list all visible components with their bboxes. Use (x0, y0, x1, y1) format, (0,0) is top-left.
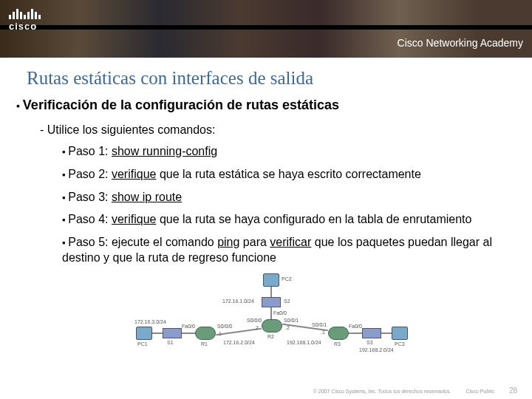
step-command: ping (217, 236, 239, 248)
slide-title: Rutas estáticas con interfaces de salida (27, 68, 517, 89)
net-label: 172.16.1.0/24 (222, 299, 254, 304)
step-label: Paso 2: (68, 168, 108, 180)
link-line (182, 332, 195, 334)
r2-label: R2 (267, 334, 274, 339)
if-label: Fa0/0 (349, 324, 362, 329)
s2-icon (262, 297, 281, 307)
step-3: Paso 3: show ip route (62, 190, 517, 205)
step-label: Paso 1: (68, 145, 108, 157)
pc1-icon (136, 327, 152, 340)
if-label: S0/0/1 (284, 318, 299, 323)
academy-label: Cisco Networking Academy (398, 37, 523, 49)
if-label: Fa0/0 (182, 324, 195, 329)
cisco-logo: cisco (9, 6, 41, 32)
link-line (381, 332, 392, 334)
step-command: show running-config (112, 145, 217, 157)
net-label: 192.168.1.0/24 (287, 340, 321, 345)
header-divider (0, 25, 532, 30)
r3-label: R3 (334, 341, 341, 347)
step-command: show ip route (112, 191, 182, 203)
slide-footer: © 2007 Cisco Systems, Inc. Todos los der… (300, 386, 517, 395)
r1-icon (195, 327, 216, 340)
network-diagram: PC2 S2 172.16.1.0/24 Fa0/0 R1 R2 R3 172.… (160, 273, 403, 362)
step-text: para (239, 236, 270, 248)
pc2-icon (263, 273, 279, 287)
step-command: verificar (270, 236, 311, 248)
s3-icon (362, 328, 381, 338)
if-label: .1 (217, 331, 222, 336)
r2-icon (262, 319, 282, 332)
if-label: S0/0/1 (312, 322, 327, 327)
step-5: Paso 5: ejecute el comando ping para ver… (62, 235, 517, 266)
cisco-logo-bars-icon (9, 6, 41, 19)
step-4: Paso 4: verifique que la ruta se haya co… (62, 212, 517, 228)
if-label: .2 (285, 325, 290, 330)
s1-label: S1 (167, 340, 174, 345)
if-label: .1 (321, 330, 325, 335)
slide-header: cisco Cisco Networking Academy (0, 0, 532, 58)
slide-subtitle: Verificación de la configuración de ruta… (16, 98, 517, 113)
if-label: Fa0/0 (273, 310, 287, 316)
r1-label: R1 (201, 341, 208, 347)
link-line (152, 332, 163, 334)
r3-icon (328, 327, 349, 340)
pc2-label: PC2 (282, 276, 292, 282)
subtitle-text: Verificación de la configuración de ruta… (23, 98, 339, 112)
link-line (270, 307, 272, 319)
public-label: Cisco Public (466, 389, 494, 394)
s3-label: S3 (366, 340, 373, 345)
if-label: S0/0/0 (217, 324, 232, 329)
step-2: Paso 2: verifique que la ruta estática s… (62, 167, 517, 183)
step-label: Paso 3: (68, 191, 108, 203)
step-text: que la ruta estática se haya escrito cor… (156, 168, 420, 180)
step-text: ejecute el comando (112, 236, 217, 248)
step-label: Paso 5: (68, 236, 108, 248)
step-command: verifique (112, 168, 156, 180)
pc3-label: PC3 (395, 341, 405, 347)
link-line (349, 332, 362, 334)
step-1: Paso 1: show running-config (62, 144, 517, 160)
pc3-icon (392, 327, 408, 340)
pc1-label: PC1 (137, 341, 148, 347)
cisco-logo-text: cisco (9, 21, 41, 32)
net-label: 192.168.2.0/24 (359, 347, 394, 352)
net-label: 172.16.2.0/24 (223, 340, 255, 345)
step-text: que la ruta se haya configurado en la ta… (156, 213, 471, 225)
if-label: S0/0/0 (247, 318, 262, 323)
steps-list: Paso 1: show running-config Paso 2: veri… (62, 144, 517, 266)
link-line (270, 287, 272, 297)
net-label: 172.16.3.0/24 (134, 319, 166, 324)
s1-icon (163, 328, 182, 338)
step-label: Paso 4: (68, 213, 108, 225)
slide-content: Rutas estáticas con interfaces de salida… (0, 58, 532, 362)
copyright-text: © 2007 Cisco Systems, Inc. Todos los der… (313, 389, 451, 394)
if-label: .2 (254, 325, 259, 330)
page-number: 28 (509, 386, 517, 395)
s2-label: S2 (284, 299, 290, 304)
intro-line: - Utilice los siguientes comandos: (40, 123, 517, 137)
step-command: verifique (112, 213, 156, 225)
